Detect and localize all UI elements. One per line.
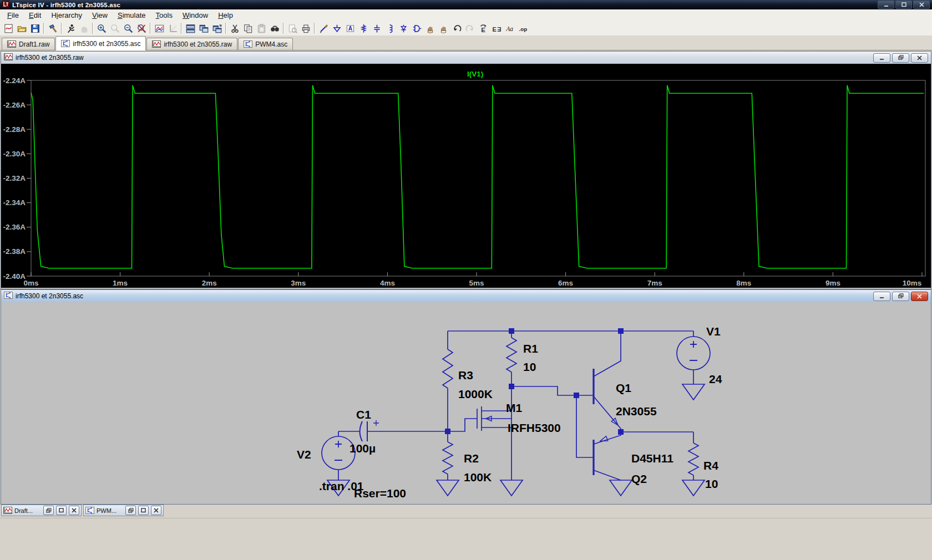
component-value-R4[interactable]: 10 bbox=[705, 477, 718, 490]
place-label-button[interactable]: A bbox=[343, 22, 357, 34]
schematic-window-titlebar[interactable]: irfh5300 et 2n3055.asc bbox=[1, 290, 931, 302]
place-component-button[interactable] bbox=[410, 22, 423, 34]
app-minimize-button[interactable] bbox=[878, 1, 894, 9]
menu-item-simulate[interactable]: Simulate bbox=[113, 10, 151, 21]
component-ref-R3[interactable]: R3 bbox=[458, 369, 473, 381]
menu-item-view[interactable]: View bbox=[87, 10, 113, 21]
place-text-button[interactable]: Aa bbox=[503, 22, 516, 34]
spice-directive-text-1[interactable]: Rser=100 bbox=[354, 487, 406, 500]
component-value-R1[interactable]: 10 bbox=[523, 360, 536, 373]
place-diode-button[interactable] bbox=[397, 22, 410, 34]
component-value-M1[interactable]: IRFH5300 bbox=[508, 421, 561, 434]
cascade-windows-button[interactable] bbox=[210, 22, 224, 34]
schematic-minimize-button[interactable] bbox=[873, 292, 890, 301]
tab-pwm4-asc[interactable]: PWM4.asc bbox=[238, 38, 293, 50]
app-maximize-button[interactable] bbox=[895, 1, 912, 9]
svg-text:E: E bbox=[481, 26, 485, 33]
waveform-plot[interactable]: -2.24A-2.26A-2.28A-2.30A-2.32A-2.34A-2.3… bbox=[1, 64, 930, 288]
component-ref-V1[interactable]: V1 bbox=[706, 325, 721, 338]
minimized-restore-button[interactable] bbox=[125, 506, 136, 515]
trace-legend[interactable]: I(V1) bbox=[467, 70, 483, 78]
cut-button[interactable] bbox=[228, 22, 241, 34]
minimized-maximize-button[interactable] bbox=[56, 506, 67, 515]
spice-directive-icon: .op bbox=[519, 26, 527, 32]
place-capacitor-button[interactable] bbox=[370, 22, 383, 34]
zoom-out-button[interactable] bbox=[121, 22, 135, 34]
menu-item-edit[interactable]: Edit bbox=[24, 10, 46, 21]
waveform-window-titlebar[interactable]: irfh5300 et 2n3055.raw bbox=[1, 52, 931, 64]
zoom-previous-button[interactable] bbox=[108, 22, 121, 34]
find-button[interactable] bbox=[268, 22, 281, 34]
component-value-R2[interactable]: 100K bbox=[464, 471, 492, 483]
x-axis-tick-label: 5ms bbox=[469, 279, 484, 287]
menu-item-help[interactable]: Help bbox=[213, 10, 238, 21]
redo-icon bbox=[466, 26, 473, 31]
minimized-restore-button[interactable] bbox=[43, 506, 54, 515]
minimized-window-pwm[interactable]: PWM... bbox=[83, 505, 164, 516]
component-ref-V2[interactable]: V2 bbox=[297, 448, 311, 461]
spice-directive-button[interactable]: .op bbox=[516, 22, 530, 34]
component-ref-M1[interactable]: M1 bbox=[506, 401, 522, 414]
move-button[interactable] bbox=[423, 22, 437, 34]
paste-button[interactable] bbox=[255, 22, 268, 34]
waveform-minimize-button[interactable] bbox=[873, 53, 890, 63]
component-value-Q1[interactable]: 2N3055 bbox=[616, 405, 657, 418]
rotate-button[interactable]: E bbox=[477, 22, 490, 34]
menu-item-tools[interactable]: Tools bbox=[151, 10, 178, 21]
waveform-file-icon bbox=[4, 53, 13, 62]
new-schematic-button[interactable] bbox=[2, 22, 15, 34]
print-preview-button[interactable] bbox=[286, 22, 299, 34]
component-ref-C1[interactable]: C1 bbox=[356, 408, 371, 421]
component-value-V1[interactable]: 24 bbox=[709, 373, 722, 385]
zoom-in-button[interactable] bbox=[95, 22, 108, 34]
minimized-close-button[interactable] bbox=[151, 506, 161, 515]
menu-item-window[interactable]: Window bbox=[178, 10, 213, 21]
component-ref-R2[interactable]: R2 bbox=[464, 452, 479, 465]
toolbar: AEEEAa.op bbox=[0, 21, 932, 36]
run-simulation-button[interactable] bbox=[64, 22, 77, 34]
tab-irfh5300-et-2n3055-raw[interactable]: irfh5300 et 2n3055.raw bbox=[146, 38, 237, 50]
zoom-full-extents-button[interactable] bbox=[135, 22, 148, 34]
component-value-C1[interactable]: 100µ bbox=[350, 442, 376, 455]
schematic-restore-button[interactable] bbox=[892, 292, 909, 301]
component-ref-Q1[interactable]: Q1 bbox=[616, 381, 631, 394]
move-icon bbox=[428, 27, 432, 33]
component-value-R3[interactable]: 1000K bbox=[458, 388, 493, 400]
halt-simulation-button[interactable] bbox=[77, 22, 90, 34]
tab-irfh5300-et-2n3055-asc[interactable]: irfh5300 et 2n3055.asc bbox=[55, 36, 146, 50]
draw-wire-button[interactable] bbox=[317, 22, 330, 34]
minimized-window-draft[interactable]: Draft... bbox=[1, 505, 82, 516]
place-resistor-button[interactable] bbox=[357, 22, 370, 34]
schematic-close-button[interactable] bbox=[911, 292, 928, 301]
minimized-maximize-button[interactable] bbox=[138, 506, 149, 515]
open-file-button[interactable] bbox=[15, 22, 28, 34]
schematic-canvas[interactable]: V124V2C1100µR110R2100KR31000KR410M1IRFH5… bbox=[1, 302, 930, 503]
minimized-close-button[interactable] bbox=[69, 506, 79, 515]
component-value-Q2[interactable]: D45H11 bbox=[631, 452, 673, 465]
redo-button[interactable] bbox=[463, 22, 477, 34]
menu-item-hierarchy[interactable]: Hierarchy bbox=[46, 10, 87, 21]
app-close-button[interactable] bbox=[913, 1, 930, 9]
save-button[interactable] bbox=[28, 22, 42, 34]
copy-button[interactable] bbox=[241, 22, 255, 34]
tab-draft1-raw[interactable]: Draft1.raw bbox=[2, 38, 55, 50]
tile-horizontal-button[interactable] bbox=[184, 22, 197, 34]
component-ref-R4[interactable]: R4 bbox=[703, 459, 718, 472]
component-ref-Q2[interactable]: Q2 bbox=[631, 472, 647, 485]
drag-button[interactable] bbox=[437, 22, 450, 34]
undo-button[interactable] bbox=[450, 22, 463, 34]
control-panel-button[interactable] bbox=[46, 22, 59, 34]
waveform-restore-button[interactable] bbox=[892, 53, 909, 63]
component-ref-R1[interactable]: R1 bbox=[523, 342, 538, 355]
print-button[interactable] bbox=[299, 22, 312, 34]
schematic-window: irfh5300 et 2n3055.asc V124V2C1100µR110R… bbox=[1, 289, 931, 505]
autorange-y-button[interactable] bbox=[166, 22, 179, 34]
mirror-button[interactable]: EE bbox=[490, 22, 503, 34]
place-ground-button[interactable] bbox=[330, 22, 343, 34]
tile-vertical-button[interactable] bbox=[197, 22, 210, 34]
menu-item-file[interactable]: File bbox=[2, 10, 24, 21]
waveform-close-button[interactable] bbox=[911, 53, 928, 63]
place-inductor-button[interactable] bbox=[383, 22, 397, 34]
plot-settings-button[interactable] bbox=[153, 22, 166, 34]
waveform-plot-pane[interactable]: -2.24A-2.26A-2.28A-2.30A-2.32A-2.34A-2.3… bbox=[1, 64, 931, 288]
